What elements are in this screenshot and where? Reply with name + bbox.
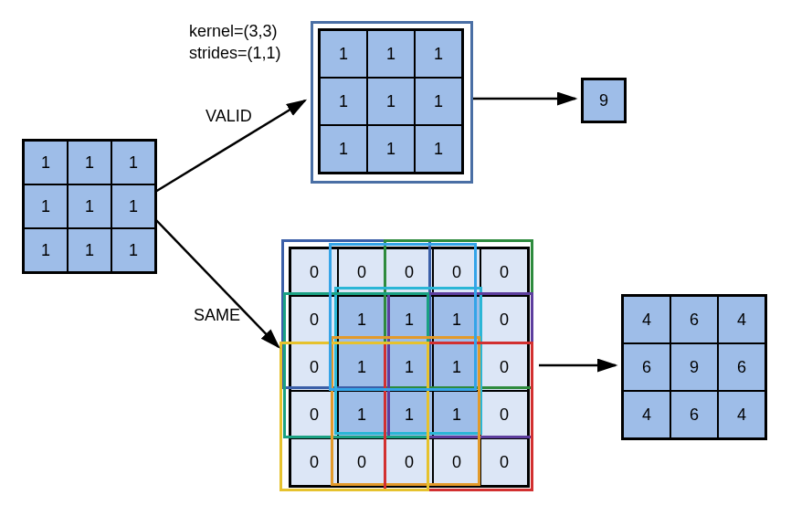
pad-cell: 0 bbox=[338, 248, 385, 296]
kernel-cell: 1 bbox=[367, 30, 415, 78]
pad-cell: 1 bbox=[433, 391, 480, 438]
input-cell: 1 bbox=[24, 184, 68, 228]
pad-cell: 0 bbox=[290, 391, 338, 438]
pad-cell: 0 bbox=[290, 248, 338, 296]
input-grid: 1 1 1 1 1 1 1 1 1 bbox=[22, 139, 157, 274]
same-out-cell: 6 bbox=[670, 391, 718, 438]
same-label: SAME bbox=[194, 306, 240, 325]
pad-cell: 0 bbox=[290, 438, 338, 486]
kernel-cell: 1 bbox=[415, 125, 462, 173]
pad-cell: 1 bbox=[433, 343, 480, 391]
pad-cell: 1 bbox=[385, 296, 433, 343]
kernel-cell: 1 bbox=[367, 125, 415, 173]
same-output-grid: 4 6 4 6 9 6 4 6 4 bbox=[621, 294, 767, 440]
pad-cell: 0 bbox=[338, 438, 385, 486]
arrow-input-to-same bbox=[155, 219, 279, 347]
valid-kernel-grid: 1 1 1 1 1 1 1 1 1 bbox=[318, 28, 464, 174]
pad-cell: 0 bbox=[480, 343, 528, 391]
kernel-label: kernel=(3,3) bbox=[189, 22, 278, 41]
pad-cell: 0 bbox=[290, 343, 338, 391]
strides-label: strides=(1,1) bbox=[189, 44, 281, 63]
kernel-cell: 1 bbox=[415, 30, 462, 78]
input-cell: 1 bbox=[68, 228, 111, 272]
same-out-cell: 6 bbox=[670, 296, 718, 343]
pad-cell: 0 bbox=[385, 438, 433, 486]
pad-cell: 1 bbox=[433, 296, 480, 343]
pad-cell: 1 bbox=[338, 343, 385, 391]
pad-cell: 1 bbox=[385, 391, 433, 438]
pad-cell: 0 bbox=[433, 438, 480, 486]
same-out-cell: 4 bbox=[718, 391, 765, 438]
same-out-cell: 4 bbox=[623, 296, 670, 343]
pad-cell: 0 bbox=[480, 438, 528, 486]
kernel-cell: 1 bbox=[415, 78, 462, 125]
pad-cell: 0 bbox=[480, 391, 528, 438]
valid-output: 9 bbox=[581, 78, 627, 123]
same-out-cell: 6 bbox=[623, 343, 670, 391]
same-out-cell: 4 bbox=[718, 296, 765, 343]
kernel-cell: 1 bbox=[320, 30, 367, 78]
valid-output-cell: 9 bbox=[583, 79, 625, 121]
pad-cell: 0 bbox=[480, 248, 528, 296]
same-out-cell: 6 bbox=[718, 343, 765, 391]
input-cell: 1 bbox=[111, 184, 155, 228]
input-cell: 1 bbox=[24, 141, 68, 184]
valid-label: VALID bbox=[206, 107, 252, 126]
kernel-cell: 1 bbox=[320, 78, 367, 125]
input-cell: 1 bbox=[111, 141, 155, 184]
pad-cell: 0 bbox=[433, 248, 480, 296]
kernel-cell: 1 bbox=[320, 125, 367, 173]
kernel-cell: 1 bbox=[367, 78, 415, 125]
pad-cell: 1 bbox=[338, 296, 385, 343]
input-cell: 1 bbox=[111, 228, 155, 272]
input-cell: 1 bbox=[68, 141, 111, 184]
input-cell: 1 bbox=[24, 228, 68, 272]
pad-cell: 1 bbox=[385, 343, 433, 391]
same-out-cell: 4 bbox=[623, 391, 670, 438]
pad-cell: 0 bbox=[480, 296, 528, 343]
same-out-cell: 9 bbox=[670, 343, 718, 391]
pad-cell: 0 bbox=[385, 248, 433, 296]
pad-cell: 1 bbox=[338, 391, 385, 438]
same-padded-grid: 0 0 0 0 0 0 1 1 1 0 0 1 1 1 0 0 1 1 1 0 … bbox=[289, 247, 530, 488]
input-cell: 1 bbox=[68, 184, 111, 228]
pad-cell: 0 bbox=[290, 296, 338, 343]
